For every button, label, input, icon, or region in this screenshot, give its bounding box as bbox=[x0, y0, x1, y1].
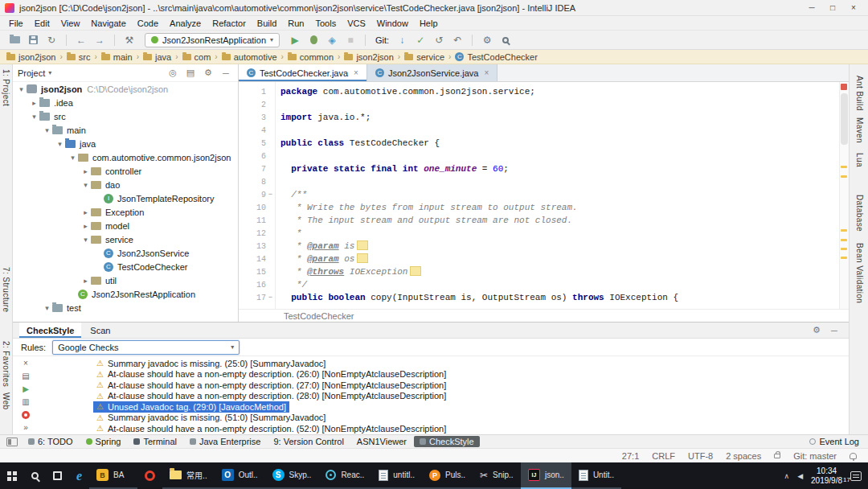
tree-item-model[interactable]: ▸model bbox=[13, 219, 238, 232]
locate-file-icon[interactable]: ◎ bbox=[166, 68, 180, 78]
menu-item-refactor[interactable]: Refactor bbox=[207, 18, 252, 28]
action-center-icon[interactable]: 17 bbox=[850, 471, 862, 481]
breadcrumb-item-src[interactable]: src bbox=[67, 52, 91, 62]
editor-code[interactable]: package com.automotive.common.json2json.… bbox=[276, 82, 849, 309]
taskbar-app-task-view[interactable] bbox=[46, 462, 69, 489]
menu-item-analyze[interactable]: Analyze bbox=[164, 18, 207, 28]
readonly-lock-icon[interactable] bbox=[774, 454, 780, 458]
warning-row[interactable]: ⚠Summary javadoc is missing. (25:0) [Sum… bbox=[93, 358, 849, 369]
stripe-button-bean-validation[interactable]: Bean Validation bbox=[855, 243, 864, 303]
chevron-down-icon[interactable]: ▾ bbox=[42, 304, 52, 312]
stripe-button-ant-build[interactable]: Ant Build bbox=[855, 76, 864, 111]
warning-row[interactable]: ⚠At-clause should have a non-empty descr… bbox=[93, 369, 849, 380]
gear-icon[interactable]: ⚙ bbox=[809, 325, 825, 335]
notification-bell-icon[interactable] bbox=[850, 453, 857, 459]
editor-pane[interactable]: 123456789−1011121314151617− package com.… bbox=[239, 82, 849, 309]
taskbar-app-folder[interactable]: 常用.. bbox=[162, 462, 215, 489]
chevron-down-icon[interactable]: ▾ bbox=[29, 113, 39, 121]
file-encoding[interactable]: UTF-8 bbox=[688, 451, 713, 461]
editor-tab-testcodechecker-java[interactable]: CTestCodeChecker.java× bbox=[239, 64, 367, 81]
git-rollback-icon[interactable]: ↶ bbox=[449, 33, 465, 47]
chevron-down-icon[interactable]: ▾ bbox=[42, 126, 52, 134]
open-icon[interactable] bbox=[6, 33, 23, 47]
tree-item-util[interactable]: ▸util bbox=[13, 273, 238, 287]
build-icon[interactable]: ⚒ bbox=[121, 33, 137, 47]
close-icon[interactable]: × bbox=[484, 68, 489, 77]
line-separator[interactable]: CRLF bbox=[652, 451, 675, 461]
editor-breadcrumb-item[interactable]: TestCodeChecker bbox=[284, 311, 354, 321]
git-branch[interactable]: Git: master bbox=[793, 451, 837, 461]
stripe-button-lua[interactable]: Lua bbox=[855, 153, 864, 167]
inspections-indicator[interactable] bbox=[841, 84, 847, 90]
taskbar-app-notepad[interactable]: untitl.. bbox=[371, 462, 422, 489]
tree-item-com-automotive-common-json2json[interactable]: ▾com.automotive.common.json2json bbox=[13, 150, 238, 164]
chevron-down-icon[interactable]: ▾ bbox=[80, 181, 91, 189]
taskbar-app-search[interactable] bbox=[24, 462, 46, 489]
taskbar-app-edge[interactable]: e bbox=[69, 462, 89, 489]
warning-row[interactable]: ⚠Summary javadoc is missing. (51:0) [Sum… bbox=[93, 413, 849, 424]
chevron-down-icon[interactable]: ▾ bbox=[55, 140, 65, 148]
taskbar-app-notepad2[interactable]: Untit.. bbox=[571, 462, 621, 489]
close-icon[interactable]: × bbox=[354, 68, 358, 77]
taskbar-app-skype[interactable]: SSkyp.. bbox=[265, 462, 319, 489]
maximize-button[interactable]: □ bbox=[823, 2, 842, 14]
tree-item-json2jsonrestapplication[interactable]: CJson2JsonRestApplication bbox=[13, 287, 238, 301]
indent-config[interactable]: 2 spaces bbox=[726, 451, 761, 461]
stripe-button-web[interactable]: Web bbox=[2, 392, 10, 410]
menu-item-code[interactable]: Code bbox=[132, 18, 164, 28]
tab-checkstyle[interactable]: CheckStyle bbox=[19, 323, 81, 338]
menu-item-help[interactable]: Help bbox=[414, 18, 444, 28]
breadcrumb-item-java[interactable]: java bbox=[143, 52, 171, 62]
breadcrumb-item-json2json[interactable]: json2json bbox=[6, 52, 55, 62]
toolwindow-button-terminal[interactable]: Terminal bbox=[128, 436, 182, 447]
warning-row[interactable]: ⚠At-clause should have a non-empty descr… bbox=[93, 391, 849, 402]
chevron-right-icon[interactable]: ▸ bbox=[80, 277, 91, 285]
stripe-button-2-favorites[interactable]: 2: Favorites bbox=[2, 341, 10, 387]
stripe-button-7-structure[interactable]: 7: Structure bbox=[2, 267, 10, 313]
expand-chevrons-icon[interactable]: » bbox=[19, 422, 32, 433]
menu-item-run[interactable]: Run bbox=[282, 18, 309, 28]
tree-item-json2json[interactable]: ▾json2jsonC:\D\Code\json2json bbox=[13, 82, 238, 96]
toolwindow-button-asn1viewer[interactable]: ASN1Viewer bbox=[351, 436, 412, 447]
tab-scan[interactable]: Scan bbox=[83, 323, 117, 338]
menu-item-build[interactable]: Build bbox=[252, 18, 282, 28]
expand-all-icon[interactable]: ▤ bbox=[19, 371, 32, 381]
editor-tab-json2jsonservice-java[interactable]: CJson2JsonService.java× bbox=[367, 64, 497, 81]
menu-item-vcs[interactable]: VCS bbox=[342, 18, 371, 28]
hide-panel-icon[interactable]: ─ bbox=[219, 68, 233, 78]
git-history-icon[interactable]: ↺ bbox=[431, 33, 447, 47]
toolwindow-button-spring[interactable]: Spring bbox=[80, 436, 127, 447]
chevron-right-icon[interactable]: ▸ bbox=[29, 99, 39, 107]
toolwindow-button-java-enterprise[interactable]: Java Enterprise bbox=[184, 436, 266, 447]
chevron-right-icon[interactable]: ▸ bbox=[80, 167, 91, 175]
toolwindow-button-9-version-control[interactable]: 9: Version Control bbox=[268, 436, 349, 447]
stop-icon[interactable]: ■ bbox=[342, 33, 358, 47]
tree-item-main[interactable]: ▾main bbox=[13, 123, 238, 137]
hidden-icons-caret[interactable]: ∧ bbox=[784, 472, 790, 480]
editor-breadcrumbs[interactable]: TestCodeChecker bbox=[239, 309, 849, 322]
git-commit-icon[interactable]: ✓ bbox=[412, 33, 428, 47]
rules-dropdown[interactable]: Google Checks ▾ bbox=[52, 340, 240, 355]
fold-icon[interactable]: − bbox=[266, 191, 275, 199]
volume-icon[interactable]: ◀ bbox=[797, 472, 803, 480]
chevron-down-icon[interactable]: ▾ bbox=[80, 236, 91, 244]
breadcrumb-item-com[interactable]: com bbox=[182, 52, 211, 62]
taskbar-app-ba[interactable]: BBA bbox=[89, 462, 137, 489]
menu-item-tools[interactable]: Tools bbox=[309, 18, 342, 28]
close-icon[interactable]: × bbox=[19, 358, 32, 368]
stripe-button-database[interactable]: Database bbox=[855, 195, 864, 232]
collapse-all-icon[interactable]: ▤ bbox=[183, 68, 198, 78]
breadcrumb-item-file[interactable]: CTestCodeChecker bbox=[455, 52, 537, 62]
breadcrumb-item-main[interactable]: main bbox=[101, 52, 133, 62]
settings-gear-icon[interactable]: ⚙ bbox=[201, 68, 215, 78]
tree-item-testcodechecker[interactable]: CTestCodeChecker bbox=[13, 260, 238, 273]
breadcrumb-item-automotive[interactable]: automotive bbox=[222, 52, 277, 62]
tree-item-controller[interactable]: ▸controller bbox=[13, 164, 238, 178]
taskbar-app-opera[interactable] bbox=[137, 462, 162, 489]
project-view-selector[interactable]: Project ▾ bbox=[18, 68, 51, 78]
back-icon[interactable]: ← bbox=[73, 33, 89, 47]
menu-item-file[interactable]: File bbox=[3, 18, 29, 28]
editor-scrollbar[interactable] bbox=[839, 82, 849, 309]
tree-item-exception[interactable]: ▸Exception bbox=[13, 205, 238, 219]
toolwindow-button-6-todo[interactable]: 6: TODO bbox=[23, 436, 79, 447]
